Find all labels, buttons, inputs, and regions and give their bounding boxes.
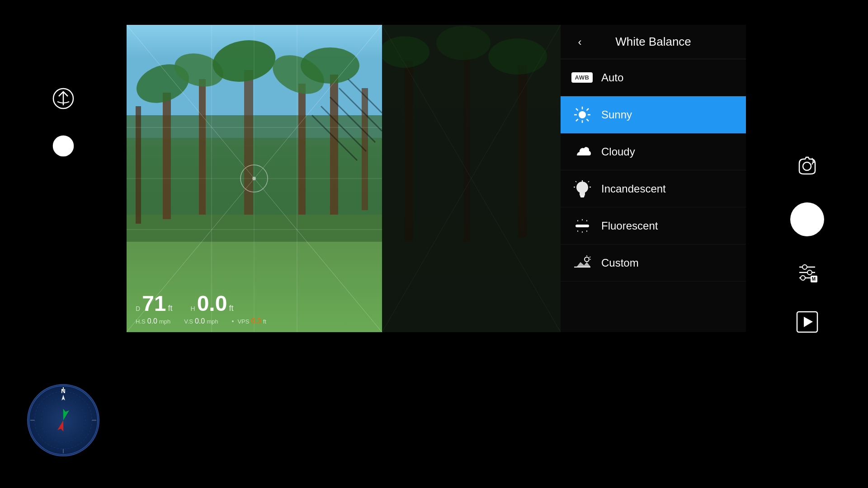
svg-point-46 — [54, 140, 57, 143]
wb-incandescent-label: Incandescent — [601, 183, 666, 195]
svg-rect-7 — [330, 75, 338, 215]
landing-button[interactable] — [51, 133, 76, 158]
camera-right-extension — [382, 25, 561, 332]
vs-unit: mph — [207, 318, 218, 325]
white-balance-panel: ‹ White Balance AWB Auto — [561, 25, 746, 332]
return-home-button[interactable] — [51, 86, 76, 111]
playback-button[interactable] — [793, 309, 821, 336]
height-value: 0.0 — [197, 293, 227, 314]
svg-rect-32 — [463, 52, 470, 242]
sun-icon — [572, 104, 592, 125]
svg-rect-9 — [136, 106, 141, 224]
svg-line-78 — [588, 181, 589, 182]
svg-rect-33 — [518, 66, 527, 237]
svg-marker-60 — [57, 419, 66, 432]
svg-point-47 — [70, 140, 72, 143]
svg-line-77 — [576, 181, 576, 182]
svg-point-24 — [252, 177, 256, 180]
vs-value: 0.0 — [195, 317, 205, 325]
wb-custom-label: Custom — [601, 257, 639, 269]
camera-feed: D 71 ft H 0.0 ft H.S 0.0 mph V.S 0.0 mph — [127, 25, 382, 332]
record-button-inner — [795, 207, 820, 232]
svg-rect-6 — [298, 84, 306, 215]
svg-line-90 — [590, 257, 590, 258]
wb-option-fluorescent[interactable]: Fluorescent — [561, 207, 746, 244]
awb-icon: AWB — [572, 67, 592, 88]
svg-rect-30 — [382, 25, 561, 332]
svg-point-98 — [801, 276, 805, 280]
svg-marker-87 — [577, 262, 590, 267]
svg-rect-4 — [199, 79, 206, 215]
svg-point-96 — [807, 270, 812, 275]
wb-title: White Balance — [594, 35, 712, 49]
svg-point-92 — [803, 162, 811, 170]
wb-cloudy-label: Cloudy — [601, 145, 635, 158]
svg-rect-86 — [574, 267, 590, 267]
svg-point-48 — [54, 146, 57, 149]
svg-point-14 — [301, 47, 359, 84]
svg-point-35 — [436, 26, 491, 60]
svg-rect-72 — [580, 196, 585, 197]
fluorescent-icon — [572, 216, 592, 236]
vps-label: VPS — [237, 318, 249, 325]
svg-point-88 — [585, 257, 589, 262]
height-label: H — [191, 305, 195, 312]
bulb-icon — [572, 178, 592, 199]
svg-rect-73 — [580, 197, 584, 197]
svg-line-37 — [382, 25, 561, 332]
svg-point-94 — [802, 265, 807, 269]
camera-switch-button[interactable] — [793, 153, 821, 180]
svg-rect-3 — [163, 93, 171, 219]
vps-value: 0.3 — [251, 317, 261, 325]
svg-point-63 — [579, 111, 586, 118]
cloud-icon — [572, 141, 592, 162]
vs-label: V.S — [184, 318, 193, 325]
hs-unit: mph — [159, 318, 170, 325]
svg-marker-59 — [61, 394, 65, 400]
svg-rect-31 — [405, 61, 413, 242]
svg-line-68 — [576, 108, 578, 111]
vps-unit: ft — [263, 318, 266, 325]
wb-auto-label: Auto — [601, 71, 623, 84]
svg-rect-5 — [244, 70, 253, 215]
wb-header: ‹ White Balance — [561, 25, 746, 59]
camera-settings-button[interactable]: M — [793, 259, 821, 286]
wb-options-list: AWB Auto Sunny — [561, 59, 746, 282]
svg-rect-79 — [576, 225, 589, 227]
svg-marker-62 — [60, 409, 69, 421]
record-button[interactable] — [790, 202, 824, 236]
svg-line-70 — [586, 108, 589, 111]
compass: N — [27, 384, 99, 456]
hs-label: H.S — [136, 318, 146, 325]
svg-line-38 — [382, 25, 561, 332]
distance-value: 71 — [142, 293, 166, 314]
left-sidebar: N — [0, 0, 127, 488]
camera-hud: D 71 ft H 0.0 ft H.S 0.0 mph V.S 0.0 mph — [127, 288, 382, 332]
svg-line-69 — [586, 119, 589, 121]
svg-text:M: M — [811, 277, 815, 282]
wb-option-cloudy[interactable]: Cloudy — [561, 133, 746, 170]
right-sidebar: M — [746, 0, 868, 488]
distance-unit: ft — [168, 304, 173, 313]
custom-wb-icon — [572, 253, 592, 273]
hs-value: 0.0 — [147, 317, 157, 325]
svg-point-36 — [488, 38, 547, 75]
wb-option-incandescent[interactable]: Incandescent — [561, 170, 746, 207]
svg-marker-102 — [804, 317, 813, 327]
wb-option-auto[interactable]: AWB Auto — [561, 59, 746, 96]
height-unit: ft — [229, 304, 233, 313]
left-controls — [51, 86, 76, 158]
wb-sunny-label: Sunny — [601, 108, 632, 121]
svg-point-34 — [382, 36, 429, 68]
distance-label: D — [136, 305, 140, 312]
svg-point-49 — [70, 146, 72, 149]
wb-back-button[interactable]: ‹ — [572, 34, 588, 50]
wb-option-sunny[interactable]: Sunny — [561, 96, 746, 133]
svg-line-71 — [576, 119, 578, 121]
wb-option-custom[interactable]: Custom — [561, 244, 746, 282]
wb-fluorescent-label: Fluorescent — [601, 220, 658, 232]
